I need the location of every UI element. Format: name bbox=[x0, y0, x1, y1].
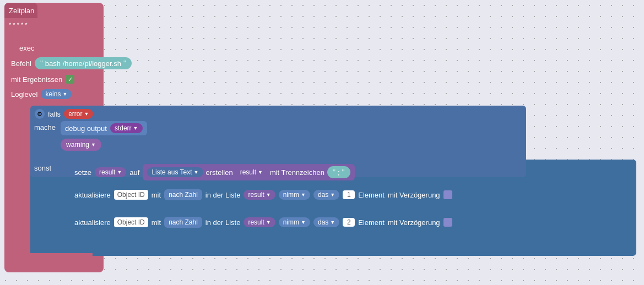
loglevel-label: Loglevel bbox=[11, 90, 37, 98]
result-dropdown-1[interactable]: result bbox=[95, 167, 126, 177]
mit-label-2: mit bbox=[151, 218, 161, 227]
das-dropdown-2[interactable]: das bbox=[313, 217, 339, 227]
mit-ergebnissen-row: mit Ergebnissen ✓ bbox=[11, 75, 74, 84]
debug-output-label: debug output bbox=[65, 124, 107, 133]
debug-output-block: debug output stderr ▼ bbox=[61, 121, 147, 135]
mit-label-1: mit bbox=[151, 191, 161, 199]
aktualisiere-row-1: aktualisiere Object ID mit nach Zahl in … bbox=[74, 189, 452, 200]
element-label-2: Element bbox=[358, 218, 385, 227]
zeitplan-title: Zeitplan bbox=[9, 7, 34, 15]
liste-aus-text-block: Liste aus Text erstellen result mit Tren… bbox=[143, 164, 354, 180]
verzogerung-checkbox-1[interactable] bbox=[443, 190, 452, 199]
command-value: bash /home/pi/logger.sh bbox=[45, 59, 121, 68]
loglevel-dropdown[interactable]: keins bbox=[41, 89, 72, 99]
setze-row: setze result auf Liste aus Text erstelle… bbox=[74, 164, 355, 180]
stderr-dropdown[interactable]: stderr ▼ bbox=[110, 123, 143, 133]
mit-trennzeichen-label: mit Trennzeichen bbox=[270, 168, 324, 177]
object-id-badge-2: Object ID bbox=[114, 217, 148, 227]
in-der-liste-label-2: in der Liste bbox=[205, 218, 241, 227]
nimm-dropdown-1[interactable]: nimm bbox=[279, 190, 310, 200]
sonst-label: sonst bbox=[34, 164, 51, 172]
exec-label: exec bbox=[19, 44, 34, 52]
falls-row: ⚙ falls error bbox=[30, 106, 98, 122]
result-dropdown-3[interactable]: result bbox=[243, 190, 275, 200]
mache-label: mache bbox=[34, 123, 56, 131]
aktualisiere-label-1: aktualisiere bbox=[74, 191, 111, 199]
setze-label: setze bbox=[74, 168, 91, 177]
erstellen-label: erstellen bbox=[206, 168, 233, 177]
debug-output-row: debug output stderr ▼ bbox=[61, 121, 147, 135]
stars-block: * * * * * bbox=[4, 18, 48, 31]
element-label-1: Element bbox=[358, 191, 385, 199]
object-id-badge-1: Object ID bbox=[114, 190, 148, 200]
auf-label: auf bbox=[129, 168, 139, 177]
mit-ergebnissen-checkbox[interactable]: ✓ bbox=[66, 75, 74, 84]
verzogerung-checkbox-2[interactable] bbox=[443, 218, 452, 227]
result-dropdown-4[interactable]: result bbox=[243, 217, 275, 227]
zeitplan-header: Zeitplan bbox=[4, 3, 37, 18]
falls-label: falls bbox=[48, 110, 61, 118]
semicolon-block[interactable]: " ; " bbox=[327, 166, 350, 178]
warning-row: warning ▼ bbox=[61, 139, 101, 151]
befehl-row: Befehl " bash /home/pi/logger.sh " bbox=[11, 57, 132, 69]
warning-dropdown[interactable]: warning ▼ bbox=[61, 139, 101, 151]
result-dropdown-2[interactable]: result bbox=[236, 167, 267, 177]
command-block[interactable]: " bash /home/pi/logger.sh " bbox=[35, 57, 132, 69]
mit-verzogerung-label-2: mit Verzögerung bbox=[388, 218, 440, 227]
element-number-1: 1 bbox=[343, 190, 355, 199]
loglevel-row: Loglevel keins bbox=[11, 89, 72, 99]
aktualisiere-row-2: aktualisiere Object ID mit nach Zahl in … bbox=[74, 217, 452, 228]
befehl-label: Befehl bbox=[11, 59, 31, 68]
element-number-2: 2 bbox=[343, 218, 355, 227]
quote-left: " bbox=[40, 59, 43, 68]
quote-right: " bbox=[123, 59, 126, 68]
das-dropdown-1[interactable]: das bbox=[313, 190, 339, 200]
gear-icon[interactable]: ⚙ bbox=[35, 109, 45, 119]
stars-label: * * * * * bbox=[9, 21, 28, 28]
falls-dropdown[interactable]: error bbox=[64, 109, 93, 119]
liste-aus-text-dropdown[interactable]: Liste aus Text bbox=[147, 167, 203, 177]
in-der-liste-label-1: in der Liste bbox=[205, 191, 241, 199]
mit-ergebnissen-label: mit Ergebnissen bbox=[11, 75, 62, 84]
nach-zahl-block-2: nach Zahl bbox=[164, 217, 202, 228]
nimm-dropdown-2[interactable]: nimm bbox=[279, 217, 310, 227]
aktualisiere-label-2: aktualisiere bbox=[74, 218, 111, 227]
mit-verzogerung-label-1: mit Verzögerung bbox=[388, 191, 440, 199]
nach-zahl-block-1: nach Zahl bbox=[164, 189, 202, 200]
